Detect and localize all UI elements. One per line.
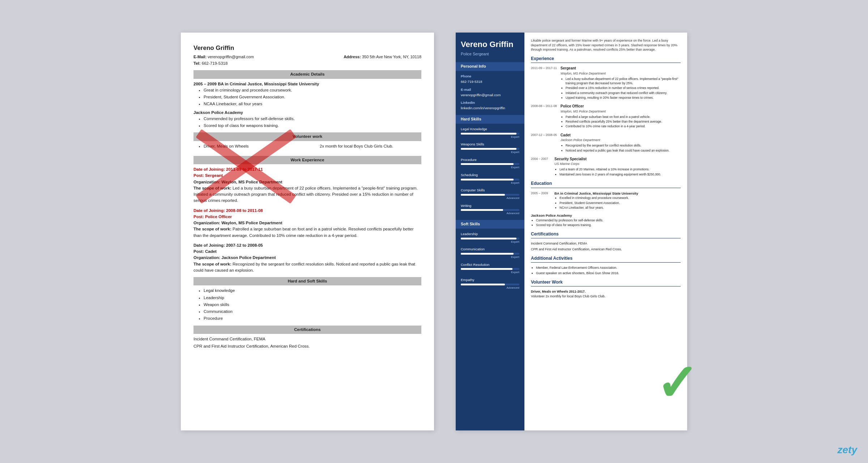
skill-conflict: Conflict Resolution Expert xyxy=(461,262,519,275)
bad-volunteer-header: Volunteer work xyxy=(193,132,421,141)
bad-academic-header: Academic Details xyxy=(193,70,421,78)
edu-academy: Jackson Police Academy Commended by prof… xyxy=(531,213,681,227)
skill-communication: Communication Expert xyxy=(461,247,519,259)
skill-procedure: Procedure Expert xyxy=(461,157,519,170)
phone-contact: Phone 662-719-5318 xyxy=(461,74,519,84)
volunteer-line-2: Volunteer 2x monthly for local Boys Club… xyxy=(531,294,681,299)
bad-email-line: E-Mail: verenopgriffin@gmail.com xyxy=(193,54,254,60)
bad-work-1: Date of Joining: 2011-09 to 2017-11 Post… xyxy=(193,166,421,204)
activities-section-title: Additional Activities xyxy=(531,255,681,263)
exp-section-title: Experience xyxy=(531,56,681,63)
soft-skills-header: Soft Skills xyxy=(456,220,524,229)
bad-skills-header: Hard and Soft Skills xyxy=(193,277,421,285)
bad-skills-list: Legal knowledge Leadership Weapon skills… xyxy=(193,288,421,322)
cert-1: Incident Command Certification, FEMA xyxy=(531,241,681,246)
good-sidebar: Vereno Griffin Police Sergeant Personal … xyxy=(456,33,524,430)
skill-weapons: Weapons Skills Expert xyxy=(461,142,519,154)
volunteer-section-title: Volunteer Work xyxy=(531,279,681,286)
volunteer-line-1: Driver, Meals on Wheels 2011-2017. xyxy=(531,289,681,294)
edu-degree: 2005 – 2009 BA in Criminal Justice, Miss… xyxy=(531,191,681,211)
bad-cert-2: CPR and First Aid Instructor Certificati… xyxy=(193,343,421,349)
email-contact: E-mail verenopgriffin@gmail.com xyxy=(461,87,519,98)
activities-list: Member, Federal Law Enforcement Officers… xyxy=(531,266,681,275)
good-name: Vereno Griffin xyxy=(461,40,519,49)
bad-edu-1-bullets: Great in criminology and procedure cours… xyxy=(193,87,421,107)
bad-education-2: Jackson Police Academy Commended by prof… xyxy=(193,110,421,129)
bad-edu-2-bullets: Commended by professors for self-defense… xyxy=(193,116,421,129)
skill-scheduling: Scheduling Expert xyxy=(461,173,519,185)
edu-section-title: Education xyxy=(531,180,681,188)
skill-leadership: Leadership Expert xyxy=(461,232,519,244)
exp-officer: 2008-08 – 2011-08 Police Officer Waylon,… xyxy=(531,104,681,129)
bad-address-line: Address: 350 5th Ave New York, NY, 10118 xyxy=(344,54,421,60)
exp-marine: 2004 – 2007 Security Specialist US Marin… xyxy=(531,157,681,177)
good-title: Police Sergeant xyxy=(461,51,519,57)
bad-work-2: Date of Joining: 2008-08 to 2011-08 Post… xyxy=(193,208,421,239)
good-summary: Likable police sergeant and former Marin… xyxy=(531,38,681,52)
zety-watermark: zety xyxy=(838,444,857,456)
certs-section-title: Certifications xyxy=(531,231,681,238)
exp-cadet: 2007-12 – 2008-05 Cadet Jackson Police D… xyxy=(531,133,681,153)
bad-education-1: 2005 – 2009 BA in Criminal Justice, Miss… xyxy=(193,81,421,107)
bad-tel-line: Tel: 662-719-5318 xyxy=(193,60,421,67)
bad-volunteer-content: Driver, Meals on Wheels 2x month for loc… xyxy=(193,143,421,152)
good-main: Likable police sergeant and former Marin… xyxy=(524,33,687,430)
personal-info-header: Personal Info xyxy=(456,62,524,71)
skill-writing: Writing Advanced xyxy=(461,203,519,216)
bad-work-header: Work Experience xyxy=(193,156,421,164)
bad-cert-1: Incident Command Certification, FEMA xyxy=(193,336,421,342)
bad-work-3: Date of Joining: 2007-12 to 2008-05 Post… xyxy=(193,242,421,273)
exp-sergeant: 2011-09 – 2017-11 Sergeant Waylon, MS Po… xyxy=(531,66,681,100)
good-resume: Vereno Griffin Police Sergeant Personal … xyxy=(456,33,687,430)
hard-skills-header: Hard Skills xyxy=(456,115,524,124)
skill-legal: Legal Knowledge Expert xyxy=(461,127,519,139)
bad-certs-header: Certifications xyxy=(193,326,421,334)
linkedin-contact: LinkedIn linkedin.com/in/verenopgriffin xyxy=(461,100,519,111)
skill-empathy: Empathy Advanced xyxy=(461,277,519,290)
skill-computer: Computer Skills Advanced xyxy=(461,188,519,200)
bad-resume: Vereno Griffin E-Mail: verenopgriffin@gm… xyxy=(181,33,434,430)
cert-2: CPR and First Aid Instructor Certificati… xyxy=(531,247,681,252)
bad-name: Vereno Griffin xyxy=(193,43,421,53)
